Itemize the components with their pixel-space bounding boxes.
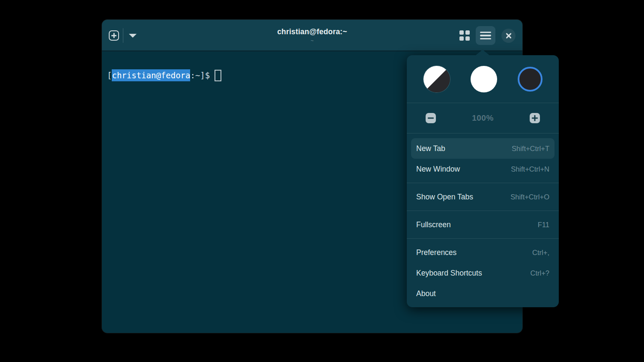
menu-item-accel: F11 [538, 221, 549, 229]
menu-item-label: Keyboard Shortcuts [416, 269, 482, 278]
new-tab-button[interactable] [109, 30, 119, 41]
hamburger-icon [480, 32, 491, 39]
menu-separator [407, 211, 559, 211]
header-bar: christian@fedora:~ ~ [102, 20, 522, 51]
zoom-in-icon [530, 113, 540, 123]
menu-list: New Tab Shift+Ctrl+T New Window Shift+Ct… [407, 134, 559, 304]
header-separator [123, 28, 123, 43]
menu-separator [407, 183, 559, 183]
theme-light-icon[interactable] [471, 66, 497, 92]
main-menu-popover: 100% New Tab Shift+Ctrl+T New Window Shi… [407, 55, 559, 307]
menu-item-label: Preferences [416, 248, 456, 257]
menu-item-new-tab[interactable]: New Tab Shift+Ctrl+T [411, 138, 555, 159]
selected-prompt-text: christian@fedora [112, 69, 190, 81]
shell-prompt-line: [christian@fedora:~]$ [107, 69, 221, 81]
header-right-controls [459, 20, 516, 51]
chevron-down-icon [129, 34, 137, 38]
menu-item-new-window[interactable]: New Window Shift+Ctrl+N [407, 159, 559, 179]
menu-item-label: Show Open Tabs [416, 193, 473, 202]
tab-overview-button[interactable] [459, 30, 470, 41]
prompt-rest: :~]$ [190, 69, 210, 81]
menu-item-preferences[interactable]: Preferences Ctrl+, [407, 242, 559, 263]
window-subtitle: ~ [310, 38, 313, 44]
close-window-button[interactable] [501, 29, 516, 43]
theme-selector-row [407, 55, 559, 103]
menu-item-accel: Shift+Ctrl+N [511, 165, 549, 173]
menu-item-label: New Tab [416, 144, 445, 153]
tab-list-dropdown-button[interactable] [127, 34, 138, 38]
main-menu-button[interactable] [476, 26, 495, 45]
zoom-out-icon [426, 113, 436, 123]
header-left-controls [109, 20, 138, 51]
menu-item-show-open-tabs[interactable]: Show Open Tabs Shift+Ctrl+O [407, 187, 559, 207]
menu-item-accel: Shift+Ctrl+O [510, 193, 549, 201]
menu-item-keyboard-shortcuts[interactable]: Keyboard Shortcuts Ctrl+? [407, 263, 559, 283]
menu-item-label: Fullscreen [416, 220, 451, 229]
zoom-level-button[interactable]: 100% [472, 113, 494, 123]
terminal-cursor [215, 70, 221, 81]
menu-item-label: About [416, 289, 436, 298]
tab-grid-icon [459, 30, 470, 41]
theme-dark-selected-icon[interactable] [518, 67, 543, 92]
menu-item-accel: Ctrl+? [531, 269, 549, 277]
zoom-out-button[interactable] [426, 113, 436, 123]
close-icon [506, 33, 512, 39]
menu-separator [407, 238, 559, 239]
menu-item-about[interactable]: About [407, 283, 559, 304]
zoom-controls-row: 100% [407, 103, 559, 133]
menu-item-fullscreen[interactable]: Fullscreen F11 [407, 214, 559, 235]
prompt-open-bracket: [ [107, 69, 112, 81]
menu-item-accel: Ctrl+, [532, 249, 549, 257]
window-title: christian@fedora:~ [277, 27, 347, 36]
zoom-in-button[interactable] [530, 113, 540, 123]
menu-item-label: New Window [416, 165, 460, 174]
plus-in-square-icon [109, 30, 119, 41]
theme-follow-system-icon[interactable] [423, 66, 450, 92]
menu-item-accel: Shift+Ctrl+T [512, 145, 549, 153]
